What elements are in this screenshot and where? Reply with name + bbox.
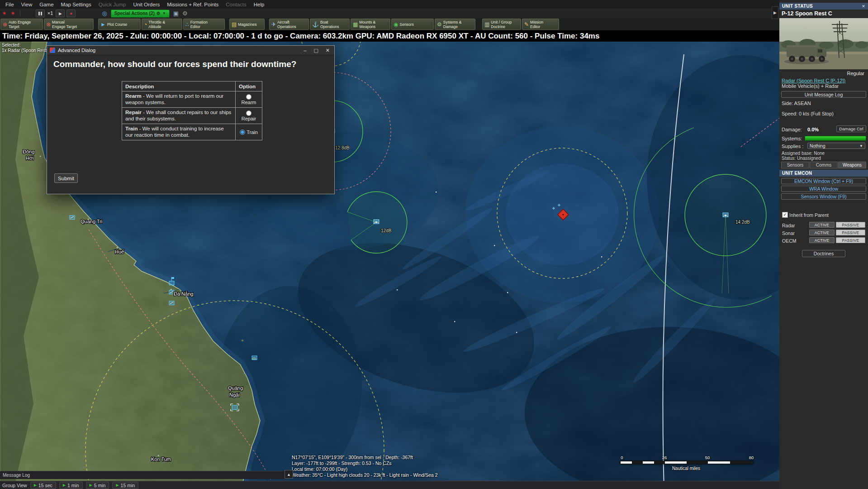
table-row-rearm: Rearm - We will return to port to rearm … [122, 91, 262, 108]
radar-active-button[interactable]: ACTIVE [809, 222, 835, 228]
magazines-button[interactable]: ▤ Magazines [229, 19, 265, 30]
auto-engage-target-button[interactable]: ⊕ Auto EngageTarget [0, 19, 43, 30]
play-icon: ▶ [34, 484, 37, 487]
svg-text:Đà Nẵng: Đà Nẵng [174, 291, 193, 297]
svg-text:Quảng: Quảng [228, 385, 243, 391]
local-time-readout: Local time: 07:00:00 (Day) [292, 466, 438, 472]
transport-bar: ✶ ✶ ×1 ▶ ● ◎ Special Actions (2) ⚙ ▼ ▣ ⚙ [0, 9, 779, 18]
radar-dome-icon: ◉ [394, 22, 398, 27]
mission-editor-button[interactable]: ✎ MissionEditor [522, 19, 559, 30]
radar-passive-button[interactable]: PASSIVE [836, 222, 865, 228]
sonar-passive-button[interactable]: PASSIVE [836, 230, 865, 235]
snapshot-icon[interactable]: ▣ [173, 10, 179, 16]
gear-green-icon: ⚙ [437, 22, 442, 27]
emcon-window-button[interactable]: EMCON Window (Ctrl + F9) [781, 178, 866, 184]
table-row-train: Train - We will conduct training to incr… [122, 124, 262, 140]
throttle-altitude-button[interactable]: ◔ Throttle &Altitude [142, 19, 182, 30]
unit-status-header: UNIT STATUS ✕ [779, 3, 868, 10]
separator [20, 10, 20, 17]
caret-down-icon: ▼ [162, 11, 166, 15]
message-log-expand-button[interactable]: ▲ [285, 470, 293, 479]
speed-label: Speed: 0 kts (Full Stop) [782, 111, 834, 116]
magazine-icon: ▤ [232, 22, 237, 27]
unit-message-log-button[interactable]: Unit Message Log [781, 91, 866, 98]
group-view-label[interactable]: Group View [2, 483, 27, 488]
formation-editor-button[interactable]: ∴ FormationEditor [183, 19, 225, 30]
time-step-5min-button[interactable]: ▶5 min [86, 482, 109, 489]
play-icon: ▶ [116, 484, 119, 487]
mobile-unit-icon [169, 301, 174, 305]
rearm-radio-label: Rearm [241, 100, 256, 105]
train-radio[interactable] [240, 129, 245, 135]
damage-ctrl-button[interactable]: Damage Ctrl [836, 125, 866, 132]
weather-readout: Weather: 35°C - Light high clouds 20 - 2… [292, 472, 438, 478]
status-label: Status: Unassigned [782, 156, 821, 161]
menu-file[interactable]: File [2, 1, 18, 8]
unit-group-doctrine-button[interactable]: ▥ Unit / GroupDoctrine [482, 19, 521, 30]
wra-window-button[interactable]: WRA Window [781, 186, 866, 192]
minimize-button[interactable]: – [304, 48, 306, 53]
special-actions-button[interactable]: Special Actions (2) ⚙ ▼ [111, 10, 170, 18]
sensors-window-button[interactable]: Sensors Window (F9) [781, 193, 866, 200]
svg-text:12.8dB: 12.8dB [335, 145, 350, 150]
close-icon[interactable]: ✕ [862, 4, 865, 9]
tab-weapons[interactable]: Weapons [838, 162, 866, 168]
message-log-bar[interactable]: Message Log [0, 471, 286, 479]
radar-unit-icon-b[interactable] [723, 213, 728, 217]
scale-ruler [620, 461, 753, 464]
menu-help[interactable]: Help [250, 1, 268, 8]
boat-icon: ⚓ [312, 22, 319, 27]
time-step-15min-button[interactable]: ▶15 min [112, 482, 138, 489]
selected-unit-overlay: Selected: 1x Radar (Spoon Rest C [2, 43, 51, 53]
plot-course-button[interactable]: ► Plot Course [98, 19, 141, 30]
close-button[interactable]: ✕ [326, 48, 330, 53]
menu-unit-orders[interactable]: Unit Orders [129, 1, 163, 8]
tab-comms[interactable]: Comms [810, 162, 838, 168]
settings-gear-icon[interactable]: ⚙ [182, 10, 188, 16]
oecm-passive-button[interactable]: PASSIVE [836, 237, 865, 243]
repair-radio[interactable] [246, 110, 251, 116]
gear-icon: ⚙ [157, 11, 161, 16]
mounts-weapons-button[interactable]: ▦ Mounts &Weapons [351, 19, 390, 30]
sensors-button[interactable]: ◉ Sensors [391, 19, 434, 30]
menu-missions-ref-points[interactable]: Missions + Ref. Points [163, 1, 222, 8]
unit-class-link[interactable]: Radar (Spoon Rest C [P-12]) [782, 78, 845, 83]
column-header-description: Description [122, 82, 236, 91]
locate-selected-icon[interactable]: ◎ [102, 10, 107, 16]
svg-text:Đông: Đông [23, 149, 34, 154]
supplies-dropdown[interactable]: Nothing ▼ [807, 143, 865, 149]
pause-button[interactable] [36, 10, 45, 17]
menu-map-settings[interactable]: Map Settings [57, 1, 95, 8]
inherit-from-parent-checkbox[interactable]: ✓ [782, 212, 788, 218]
menu-view[interactable]: View [18, 1, 36, 8]
aircraft-operations-button[interactable]: ✈ AircraftOperations [269, 19, 309, 30]
doctrines-button[interactable]: Doctrines [802, 250, 845, 257]
sonar-active-button[interactable]: ACTIVE [809, 230, 835, 235]
selected-unit-name: 1x Radar (Spoon Rest C [2, 48, 51, 53]
radar-unit-icon-a[interactable] [374, 220, 379, 224]
map-scale: 0 26 50 80 Nautical miles [620, 455, 752, 474]
sidebar-collapse-arrow[interactable]: ▶ [772, 6, 778, 19]
tab-sensors[interactable]: Sensors [781, 162, 809, 168]
boat-operations-button[interactable]: ⚓ BoatOperations [310, 19, 350, 30]
manual-engage-target-button[interactable]: ⊗ ManualEngage Target [44, 19, 94, 30]
oecm-active-button[interactable]: ACTIVE [809, 237, 835, 243]
unit-type-label: Mobile Vehicle(s) + Radar [782, 83, 839, 89]
group-view-bar: Group View ▶15 sec ▶1 min ▶5 min ▶15 min [0, 481, 782, 489]
repair-radio-label: Repair [242, 116, 256, 121]
dialog-title-bar[interactable]: Advanced Dialog – ▢ ✕ [47, 46, 334, 55]
time-step-1min-button[interactable]: ▶1 min [59, 482, 83, 489]
record-button[interactable]: ● [66, 10, 76, 17]
damage-value: 0.0% [807, 127, 819, 132]
mobile-unit-icon [252, 356, 257, 360]
time-compression-label: ×1 [47, 11, 53, 16]
maximize-button[interactable]: ▢ [313, 48, 318, 53]
menu-contacts: Contacts [222, 1, 250, 8]
submit-button[interactable]: Submit [54, 173, 78, 183]
rearm-radio[interactable] [246, 94, 251, 100]
menu-game[interactable]: Game [36, 1, 57, 8]
play-button[interactable]: ▶ [56, 10, 65, 17]
systems-damage-button[interactable]: ⚙ Systems &Damage [435, 19, 475, 30]
unit-photo [779, 18, 868, 69]
time-step-15sec-button[interactable]: ▶15 sec [30, 482, 56, 489]
